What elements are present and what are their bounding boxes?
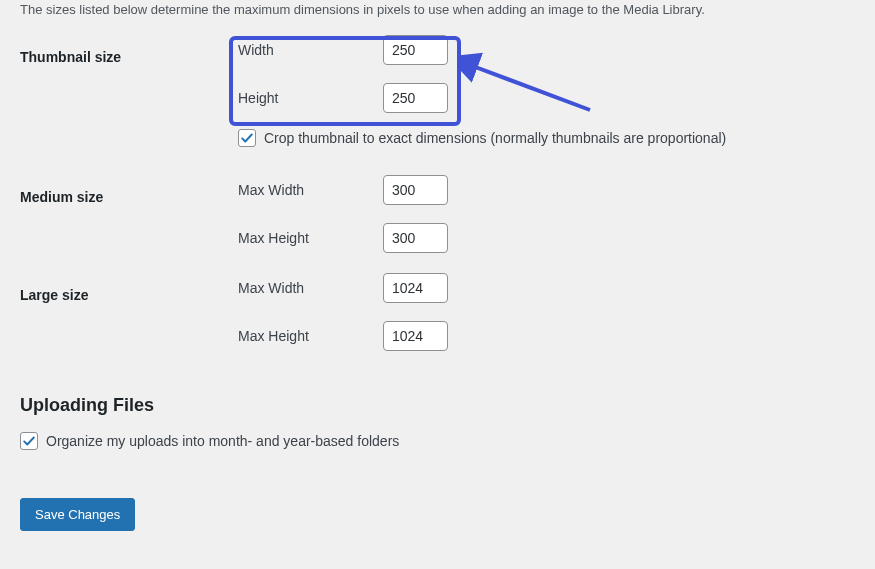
intro-description: The sizes listed below determine the max… xyxy=(20,0,855,35)
thumbnail-size-heading: Thumbnail size xyxy=(20,35,238,123)
media-settings-table: Thumbnail size Width Height xyxy=(20,35,855,371)
thumbnail-height-row: Height xyxy=(238,83,855,113)
large-max-width-row: Max Width xyxy=(238,273,855,303)
save-changes-button[interactable]: Save Changes xyxy=(20,498,135,531)
thumbnail-width-row: Width xyxy=(238,35,855,65)
large-max-height-row: Max Height xyxy=(238,321,855,351)
large-max-height-label: Max Height xyxy=(238,328,383,344)
medium-max-width-row: Max Width xyxy=(238,175,855,205)
organize-uploads-checkbox[interactable] xyxy=(20,432,38,450)
medium-max-height-label: Max Height xyxy=(238,230,383,246)
large-size-heading: Large size xyxy=(20,273,238,371)
medium-max-height-row: Max Height xyxy=(238,223,855,253)
medium-max-height-input[interactable] xyxy=(383,223,448,253)
crop-thumbnail-label: Crop thumbnail to exact dimensions (norm… xyxy=(264,130,726,146)
medium-max-width-label: Max Width xyxy=(238,182,383,198)
crop-thumbnail-checkbox[interactable] xyxy=(238,129,256,147)
checkmark-icon xyxy=(240,131,254,145)
organize-uploads-label: Organize my uploads into month- and year… xyxy=(46,433,399,449)
thumbnail-width-label: Width xyxy=(238,42,383,58)
checkmark-icon xyxy=(22,434,36,448)
crop-thumbnail-row: Crop thumbnail to exact dimensions (norm… xyxy=(238,123,855,147)
thumbnail-height-label: Height xyxy=(238,90,383,106)
thumbnail-height-input[interactable] xyxy=(383,83,448,113)
large-max-height-input[interactable] xyxy=(383,321,448,351)
large-max-width-label: Max Width xyxy=(238,280,383,296)
medium-max-width-input[interactable] xyxy=(383,175,448,205)
thumbnail-width-input[interactable] xyxy=(383,35,448,65)
uploading-files-heading: Uploading Files xyxy=(20,395,855,416)
large-max-width-input[interactable] xyxy=(383,273,448,303)
medium-size-heading: Medium size xyxy=(20,175,238,273)
organize-uploads-row: Organize my uploads into month- and year… xyxy=(20,426,855,450)
